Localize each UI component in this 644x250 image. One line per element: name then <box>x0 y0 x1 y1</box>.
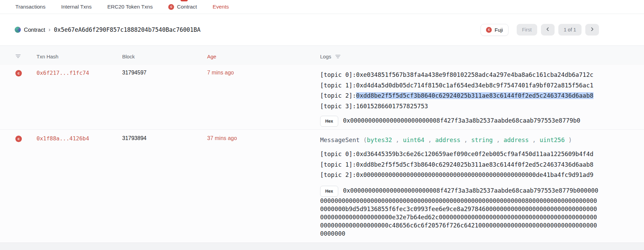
txn-hash-link[interactable]: 0x6f217...f1fc74 <box>37 70 89 76</box>
tab-internal-txns[interactable]: Internal Txns <box>61 4 91 10</box>
comma: , <box>532 137 536 143</box>
age-text: 7 mins ago <box>207 70 234 75</box>
topic-label: [topic 0]: <box>320 71 356 78</box>
topic-label: [topic 0]: <box>320 151 356 157</box>
topic-value: 0xd36445359b3c6e26c120659aef090ce0f2eb00… <box>356 151 593 157</box>
topic-value: 0xdd8be2f5f5d5cf3b8640c62924025b311ae83c… <box>356 161 593 168</box>
clipped-badge <box>181 0 188 1</box>
tab-label: Events <box>213 4 229 10</box>
tab-label: Contract <box>177 4 197 10</box>
topic-label: [topic 2]: <box>320 92 356 99</box>
event-signature: MessageSent (bytes32 , uint64 , address … <box>320 135 644 145</box>
col-header-age[interactable]: Age <box>207 54 320 59</box>
tab-label: Transactions <box>15 4 45 10</box>
logs-filter-icon[interactable] <box>335 54 341 59</box>
first-page-button[interactable]: First <box>517 24 537 36</box>
tab-bar: Transactions Internal Txns ERC20 Token T… <box>0 0 644 14</box>
contract-avatar-icon <box>15 27 21 33</box>
contract-header: Contract › 0x5e67eA6d6f290F857c1888204b7… <box>0 14 644 46</box>
hex-toggle-button[interactable]: Hex <box>320 186 338 197</box>
param-type: uint256 <box>540 137 565 143</box>
topic-line: [topic 0]:0xd36445359b3c6e26c120659aef09… <box>320 149 644 159</box>
tab-transactions[interactable]: Transactions <box>15 4 45 10</box>
topic-value-selected: 0xdd8be2f5f5d5cf3b8640c62924025b311ae83c… <box>356 92 593 99</box>
prev-page-button[interactable] <box>541 24 555 36</box>
tab-contract[interactable]: c Contract <box>168 4 197 10</box>
comma: , <box>396 137 399 143</box>
tab-label: ERC20 Token Txns <box>107 4 153 10</box>
log-data: Hex0x0000000000000000000000008f427f3a3a8… <box>320 186 600 238</box>
breadcrumb-separator-icon: › <box>48 27 51 33</box>
txn-hash-link[interactable]: 0x1f88a...4126b4 <box>37 135 89 142</box>
contract-badge-icon: c <box>168 4 174 10</box>
topic-label: [topic 2]: <box>320 171 356 178</box>
topic-value: 16015286601757825753 <box>356 103 428 110</box>
pagination-controls: c Fuji First 1 of 1 <box>481 24 599 36</box>
topic-label: [topic 1]: <box>320 161 356 168</box>
col-header-logs: Logs <box>320 54 331 59</box>
param-type: bytes32 <box>367 137 392 143</box>
topic-value: 0x00000000000000000000000000000000000000… <box>356 171 593 178</box>
age-text: 37 mins ago <box>207 135 237 141</box>
comma: , <box>428 137 432 143</box>
comma: , <box>496 137 500 143</box>
topic-value: 0xd4d4a5d0db05dc714f8150c1af654ed34eb8c9… <box>356 82 593 89</box>
contract-address: 0x5e67eA6d6f290F857c1888204b7540Bac76001… <box>54 26 201 33</box>
fuji-network-icon: c <box>486 27 492 33</box>
hex-toggle-button[interactable]: Hex <box>320 116 338 127</box>
col-header-txn-hash: Txn Hash <box>37 54 122 59</box>
logs-cell: [topic 0]:0xe034851f567b38fa4a438e9f8010… <box>320 69 644 127</box>
breadcrumb-label: Contract <box>24 27 45 33</box>
next-row-edge <box>0 242 644 250</box>
filter-icon[interactable] <box>15 54 21 58</box>
topic-line: [topic 2]:0xdd8be2f5f5d5cf3b8640c6292402… <box>320 91 644 101</box>
param-type: string <box>471 137 493 143</box>
col-header-block: Block <box>122 54 207 59</box>
topic-label: [topic 1]: <box>320 82 356 89</box>
hex-data: 0x0000000000000000000000008f427f3a3a8b25… <box>320 187 598 237</box>
chevron-left-icon <box>545 27 550 33</box>
contract-call-badge-icon: c <box>15 136 22 142</box>
param-type: address <box>504 137 529 143</box>
block-number: 31794597 <box>122 70 146 75</box>
table-header: Txn Hash Block Age Logs <box>0 46 644 65</box>
block-number: 31793894 <box>122 135 146 141</box>
paren-open: ( <box>363 137 367 143</box>
breadcrumb: Contract › 0x5e67eA6d6f290F857c1888204b7… <box>15 26 201 33</box>
tab-label: Internal Txns <box>61 4 91 10</box>
tab-events[interactable]: Events <box>213 4 229 10</box>
page-indicator: 1 of 1 <box>558 24 582 36</box>
topic-value: 0xe034851f567b38fa4a438e9f80102258adc4a2… <box>356 71 593 78</box>
event-log-row: c 0x1f88a...4126b4 31793894 37 mins ago … <box>0 130 644 242</box>
contract-call-badge-icon: c <box>15 70 22 77</box>
param-type: uint64 <box>403 137 424 143</box>
chevron-right-icon <box>590 27 595 33</box>
param-type: address <box>435 137 460 143</box>
event-log-row: c 0x6f217...f1fc74 31794597 7 mins ago [… <box>0 65 644 130</box>
next-page-button[interactable] <box>585 24 599 36</box>
log-data: Hex0x0000000000000000000000008f427f3a3a8… <box>320 116 600 127</box>
topic-line: [topic 3]:16015286601757825753 <box>320 101 644 112</box>
hex-data: 0x0000000000000000000000008f427f3a3a8b25… <box>343 117 580 124</box>
paren-close: ) <box>568 137 572 143</box>
logs-cell: MessageSent (bytes32 , uint64 , address … <box>320 135 644 238</box>
network-badge-button[interactable]: c Fuji <box>481 24 508 36</box>
tab-erc20-token-txns[interactable]: ERC20 Token Txns <box>107 4 153 10</box>
events-page: Transactions Internal Txns ERC20 Token T… <box>0 0 644 250</box>
topic-line: [topic 2]:0x0000000000000000000000000000… <box>320 170 644 180</box>
topic-line: [topic 1]:0xdd8be2f5f5d5cf3b8640c6292402… <box>320 159 644 170</box>
topic-line: [topic 1]:0xd4d4a5d0db05dc714f8150c1af65… <box>320 80 644 91</box>
topic-line: [topic 0]:0xe034851f567b38fa4a438e9f8010… <box>320 70 644 80</box>
event-name: MessageSent <box>320 137 360 143</box>
network-name: Fuji <box>495 27 503 33</box>
topic-label: [topic 3]: <box>320 103 356 110</box>
comma: , <box>464 137 468 143</box>
